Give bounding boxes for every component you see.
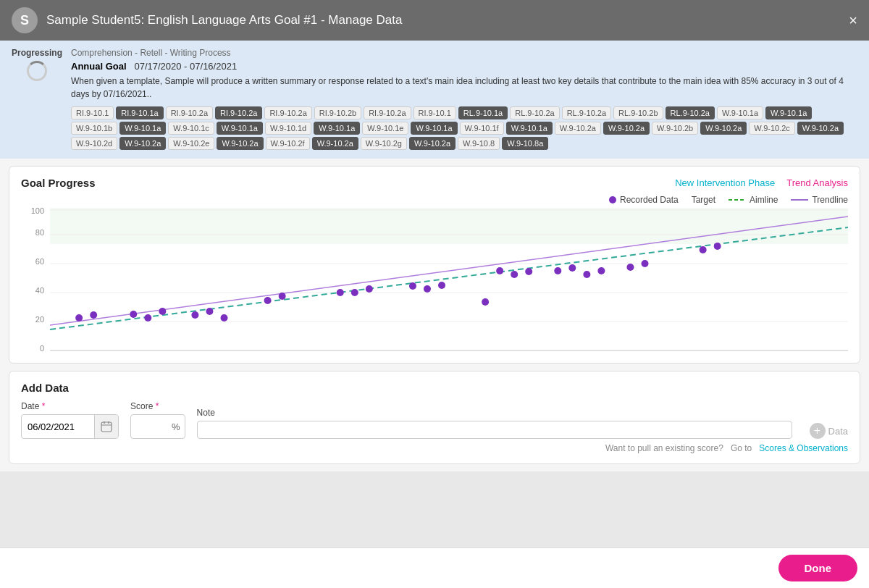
- tag[interactable]: RL.9-10.2a: [666, 106, 715, 119]
- goal-progress-card: Goal Progress New Intervention Phase Tre…: [9, 166, 860, 364]
- progressing-block: Progressing: [12, 48, 62, 81]
- note-label: Note: [197, 408, 792, 418]
- tag[interactable]: W.9-10.2d: [71, 137, 117, 150]
- tag[interactable]: W.9-10.1a: [411, 122, 457, 135]
- add-data-button[interactable]: + Data: [810, 423, 848, 439]
- goal-progress-title: Goal Progress: [21, 177, 96, 189]
- tag[interactable]: W.9-10.2a: [312, 137, 358, 150]
- annual-goal-row: Annual Goal 07/17/2020 - 07/16/2021: [71, 61, 857, 72]
- tag[interactable]: RI.9-10.2a: [264, 106, 311, 119]
- svg-point-24: [264, 297, 272, 304]
- date-input[interactable]: [22, 419, 94, 435]
- tag[interactable]: W.9-10.1f: [460, 122, 504, 135]
- tag[interactable]: W.9-10.2e: [168, 137, 214, 150]
- tag[interactable]: W.9-10.2a: [409, 137, 456, 150]
- svg-text:20: 20: [35, 315, 44, 324]
- tag[interactable]: RI.9-10.1: [71, 106, 114, 119]
- svg-text:60: 60: [35, 257, 44, 266]
- done-button[interactable]: Done: [778, 555, 858, 581]
- tag[interactable]: RL.9-10.2a: [510, 106, 559, 119]
- score-label: Score *: [130, 401, 185, 411]
- tag[interactable]: W.9-10.1a: [119, 122, 166, 135]
- tag[interactable]: W.9-10.2c: [749, 122, 795, 135]
- close-button[interactable]: ×: [849, 13, 857, 28]
- date-group: Date *: [21, 401, 119, 439]
- tags-container: RI.9-10.1RI.9-10.1aRI.9-10.2aRI.9-10.2aR…: [71, 106, 857, 150]
- legend-target: Target: [692, 195, 715, 205]
- svg-point-41: [642, 260, 649, 267]
- svg-point-35: [525, 268, 532, 275]
- tag[interactable]: W.9-10.1a: [217, 122, 263, 135]
- annual-goal-label: Annual Goal: [71, 61, 127, 72]
- bottom-bar: Done: [0, 547, 869, 588]
- svg-point-25: [279, 293, 286, 300]
- svg-point-32: [482, 298, 489, 306]
- app-header: S Sample Student5: English Language Arts…: [0, 0, 869, 41]
- tag[interactable]: W.9-10.8: [458, 137, 500, 150]
- svg-point-38: [583, 271, 590, 278]
- tag[interactable]: W.9-10.2a: [603, 122, 650, 135]
- add-data-title: Add Data: [21, 382, 848, 394]
- tag[interactable]: W.9-10.1d: [265, 122, 311, 135]
- tag[interactable]: RI.9-10.1a: [116, 106, 163, 119]
- tag[interactable]: W.9-10.1e: [362, 122, 408, 135]
- svg-point-31: [438, 282, 445, 289]
- card-header: Goal Progress New Intervention Phase Tre…: [21, 177, 848, 189]
- calendar-button[interactable]: [94, 415, 118, 438]
- score-required: *: [156, 401, 159, 411]
- score-input[interactable]: [131, 419, 167, 435]
- tag[interactable]: RI.9-10.2a: [166, 106, 213, 119]
- chart-svg: 0 20 40 60 80 100: [21, 208, 848, 353]
- date-label: Date *: [21, 401, 119, 411]
- tag[interactable]: W.9-10.1c: [168, 122, 214, 135]
- scores-observations-link[interactable]: Scores & Observations: [759, 443, 848, 453]
- svg-point-30: [424, 285, 431, 293]
- tag[interactable]: W.9-10.8a: [502, 137, 548, 150]
- score-input-wrap: %: [130, 414, 185, 439]
- trendline-line: [791, 199, 808, 201]
- goal-info: Comprehension - Retell - Writing Process…: [71, 48, 857, 150]
- tag[interactable]: RL.9-10.2a: [562, 106, 611, 119]
- tag[interactable]: W.9-10.2a: [555, 122, 601, 135]
- tag[interactable]: W.9-10.1a: [765, 106, 812, 119]
- tag[interactable]: RI.9-10.1: [413, 106, 456, 119]
- tag[interactable]: W.9-10.2f: [266, 137, 310, 150]
- card-actions: New Intervention Phase Trend Analysis: [675, 177, 848, 188]
- add-data-form: Date *: [21, 401, 848, 439]
- top-info-panel: Progressing Comprehension - Retell - Wri…: [0, 41, 869, 159]
- svg-point-37: [568, 264, 576, 272]
- tag[interactable]: W.9-10.1b: [71, 122, 117, 135]
- recorded-data-dot: [609, 196, 616, 203]
- tag[interactable]: W.9-10.2a: [119, 137, 166, 150]
- svg-point-27: [351, 289, 358, 296]
- tag[interactable]: RI.9-10.2a: [364, 106, 411, 119]
- goal-description: When given a template, Sample will produ…: [71, 75, 857, 101]
- tag[interactable]: W.9-10.2a: [217, 137, 263, 150]
- tag[interactable]: W.9-10.2a: [700, 122, 747, 135]
- tag[interactable]: W.9-10.2g: [361, 137, 407, 150]
- tag[interactable]: W.9-10.2b: [652, 122, 698, 135]
- svg-point-22: [206, 308, 213, 315]
- svg-point-26: [337, 289, 344, 296]
- svg-point-20: [159, 308, 166, 315]
- svg-point-28: [366, 285, 373, 293]
- tag[interactable]: W.9-10.2a: [797, 122, 844, 135]
- trend-analysis-button[interactable]: Trend Analysis: [786, 177, 848, 188]
- svg-point-43: [714, 243, 721, 250]
- tag[interactable]: RL.9-10.2b: [613, 106, 663, 119]
- tag[interactable]: RI.9-10.2a: [215, 106, 262, 119]
- tag[interactable]: RI.9-10.2b: [314, 106, 361, 119]
- svg-point-39: [597, 267, 605, 274]
- tag[interactable]: W.9-10.1a: [314, 122, 360, 135]
- progressing-label: Progressing: [12, 48, 62, 58]
- tag[interactable]: RL.9-10.1a: [458, 106, 508, 119]
- score-group: Score * %: [130, 401, 185, 439]
- tag[interactable]: W.9-10.1a: [717, 106, 763, 119]
- new-intervention-button[interactable]: New Intervention Phase: [675, 177, 775, 188]
- note-input[interactable]: [197, 421, 792, 439]
- percent-symbol: %: [167, 421, 185, 432]
- note-group: Note: [197, 408, 792, 439]
- main-content: Goal Progress New Intervention Phase Tre…: [0, 159, 869, 471]
- annual-goal-dates: 07/17/2020 - 07/16/2021: [134, 61, 237, 72]
- tag[interactable]: W.9-10.1a: [506, 122, 553, 135]
